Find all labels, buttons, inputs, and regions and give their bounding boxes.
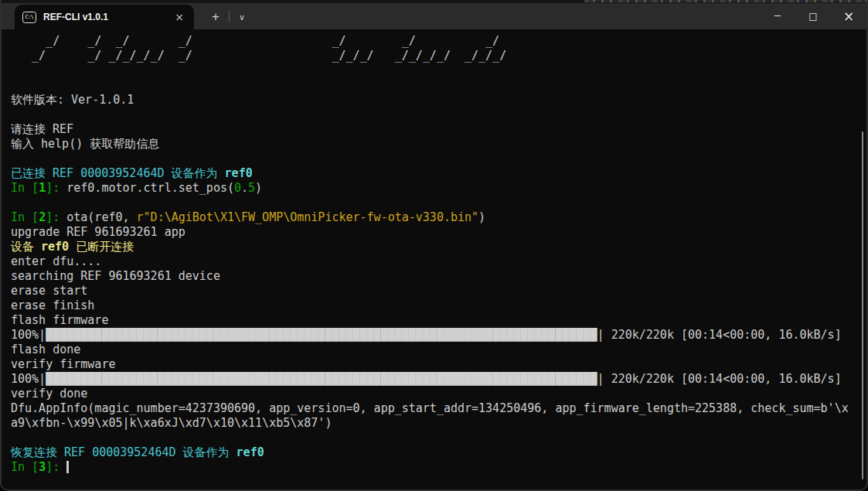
tabbar-divider	[229, 11, 230, 22]
terminal-text: verify done	[11, 387, 87, 401]
tab-title: REF-CLI v1.0.1	[43, 12, 172, 22]
terminal-line: erase start	[11, 284, 857, 298]
terminal-line: flash firmware	[11, 313, 857, 328]
terminal-text: erase start	[11, 284, 87, 298]
terminal-text: In [	[11, 210, 39, 224]
new-tab-button[interactable]: +	[204, 5, 227, 29]
terminal-text: 100%|	[11, 328, 46, 342]
terminal-line: _/ _/ _/_/_/_/ _/ _/_/_/ _/_/_/_/ _/_/_/	[11, 49, 857, 63]
terminal-text: | 220k/220k [00:14<00:00, 16.0kB/s]	[597, 328, 842, 342]
terminal-line: searching REF 961693261 device	[11, 269, 857, 284]
terminal-window: C:\ REF-CLI v1.0.1 × + ∨ ─ □ × _/ _/ _/ …	[0, 0, 868, 491]
terminal-line	[11, 196, 857, 210]
terminal-text: 5	[248, 181, 255, 195]
terminal-text: erase finish	[11, 298, 94, 312]
terminal-line: In [3]:	[11, 460, 857, 475]
terminal-text: ]:	[46, 210, 66, 224]
terminal-text: 已连接 REF 00003952464D 设备作为	[11, 166, 225, 180]
terminal-line: 已连接 REF 00003952464D 设备作为 ref0	[11, 166, 857, 181]
terminal-text: ████████████████████████████████████████…	[46, 328, 597, 342]
terminal-line: erase finish	[11, 298, 857, 313]
terminal-text: In [	[11, 460, 39, 474]
terminal-text: 恢复连接 REF 00003952464D 设备作为	[11, 445, 237, 459]
terminal-line: upgrade REF 961693261 app	[11, 225, 857, 240]
titlebar[interactable]: C:\ REF-CLI v1.0.1 × + ∨ ─ □ ×	[2, 3, 866, 29]
terminal-line: enter dfu....	[11, 254, 857, 269]
terminal-line: In [1]: ref0.motor.ctrl.set_pos(0.5)	[11, 181, 857, 196]
background-noise	[584, 0, 866, 2]
terminal-text: | 220k/220k [00:14<00:00, 16.0kB/s]	[597, 372, 842, 386]
terminal[interactable]: _/ _/ _/ _/ _/ _/ _/ _/ _/ _/_/_/_/ _/ _…	[2, 29, 866, 491]
terminal-text: 请连接 REF	[11, 122, 73, 136]
terminal-text: enter dfu....	[11, 254, 101, 268]
tab-ref-cli[interactable]: C:\ REF-CLI v1.0.1 ×	[15, 5, 194, 29]
terminal-line: 100%|███████████████████████████████████…	[11, 328, 857, 343]
terminal-text: ref0.motor.ctrl.set_pos(	[66, 181, 234, 195]
terminal-text: )	[478, 210, 485, 224]
terminal-text: ████████████████████████████████████████…	[46, 372, 597, 386]
terminal-line: verify done	[11, 387, 857, 401]
tab-dropdown-button[interactable]: ∨	[231, 5, 253, 29]
terminal-text: upgrade REF 961693261 app	[11, 225, 186, 239]
terminal-line	[11, 152, 857, 166]
terminal-text: _/ _/ _/_/_/_/ _/ _/_/_/ _/_/_/_/ _/_/_/	[11, 49, 506, 63]
window-controls: ─ □ ×	[760, 3, 866, 29]
terminal-line: 设备 ref0 已断开连接	[11, 240, 857, 254]
terminal-text: Dfu.AppInfo(magic_number=4237390690, app…	[11, 401, 849, 415]
maximize-button[interactable]: □	[795, 3, 831, 29]
terminal-line	[11, 78, 857, 93]
terminal-text: flash done	[11, 343, 80, 356]
terminal-output: _/ _/ _/ _/ _/ _/ _/ _/ _/ _/_/_/_/ _/ _…	[11, 34, 857, 475]
terminal-line	[11, 63, 857, 78]
terminal-text: searching REF 961693261 device	[11, 269, 220, 283]
terminal-line	[11, 107, 857, 122]
minimize-button[interactable]: ─	[760, 3, 795, 29]
terminal-text: 1	[39, 181, 46, 195]
terminal-line: flash done	[11, 343, 857, 357]
terminal-text: flash firmware	[11, 313, 108, 327]
terminal-line: 输入 help() 获取帮助信息	[11, 137, 857, 152]
terminal-text: In [	[11, 181, 39, 195]
terminal-line: 100%|███████████████████████████████████…	[11, 372, 857, 387]
terminal-text: .	[241, 181, 248, 195]
terminal-line: 请连接 REF	[11, 122, 857, 137]
terminal-text: a9\xfbn-\x99\x05|k\xa6xJ\xd7\x10\x11\xb5…	[11, 416, 332, 430]
terminal-text: ]:	[46, 460, 66, 474]
terminal-line: In [2]: ota(ref0, r"D:\AgiBot\X1\FW_OMP\…	[11, 210, 857, 225]
background-window-sliver	[2, 0, 866, 3]
terminal-line: 恢复连接 REF 00003952464D 设备作为 ref0	[11, 445, 857, 460]
tab-close-icon[interactable]: ×	[172, 10, 186, 24]
command-prompt-icon: C:\	[22, 12, 36, 23]
scrollbar-thumb[interactable]	[862, 131, 863, 479]
terminal-text: ref0	[237, 445, 264, 459]
terminal-text: 已断开连接	[69, 240, 134, 254]
terminal-line: a9\xfbn-\x99\x05|k\xa6xJ\xd7\x10\x11\xb5…	[11, 416, 857, 431]
terminal-text: ota(ref0,	[66, 210, 136, 224]
terminal-text: ref0	[41, 240, 69, 254]
terminal-text: 设备	[11, 240, 41, 254]
terminal-line	[11, 431, 857, 445]
terminal-text: ref0	[225, 166, 253, 180]
terminal-text: )	[255, 181, 262, 195]
terminal-line: 软件版本: Ver-1.0.1	[11, 93, 857, 107]
terminal-text: 100%|	[11, 372, 46, 386]
window-close-button[interactable]: ×	[831, 3, 866, 29]
terminal-text: 3	[39, 460, 46, 474]
terminal-line: _/ _/ _/ _/ _/ _/ _/	[11, 34, 857, 49]
terminal-text: 0	[234, 181, 241, 195]
terminal-text: verify firmware	[11, 357, 115, 371]
terminal-text: 输入 help() 获取帮助信息	[11, 137, 159, 151]
terminal-text: 软件版本: Ver-1.0.1	[11, 93, 134, 107]
text-cursor	[66, 461, 69, 473]
terminal-line: verify firmware	[11, 357, 857, 372]
terminal-text: 2	[39, 210, 46, 224]
terminal-text: _/ _/ _/ _/ _/ _/ _/	[11, 34, 499, 48]
terminal-text: r"D:\AgiBot\X1\FW_OMP\OmniPicker-fw-ota-…	[137, 210, 479, 224]
terminal-line: Dfu.AppInfo(magic_number=4237390690, app…	[11, 401, 857, 416]
terminal-text: ]:	[46, 181, 66, 195]
